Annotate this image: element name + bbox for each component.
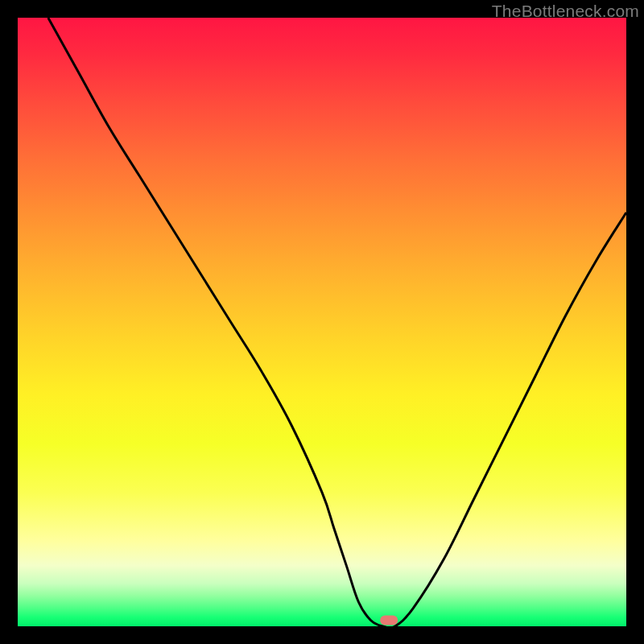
plot-area xyxy=(18,18,626,626)
optimal-marker-icon xyxy=(380,615,398,625)
curve-line xyxy=(48,18,626,626)
bottleneck-curve xyxy=(18,18,626,626)
chart-frame: TheBottleneck.com xyxy=(0,0,644,644)
watermark-text: TheBottleneck.com xyxy=(492,2,639,21)
